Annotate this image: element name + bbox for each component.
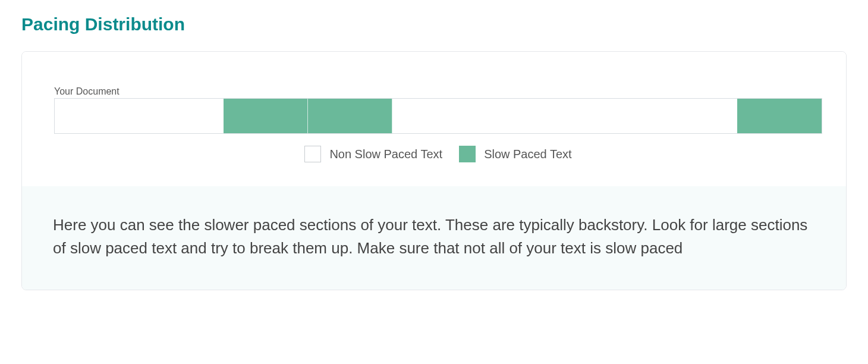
pacing-segment-slow <box>224 99 308 133</box>
legend-item-nonslow: Non Slow Paced Text <box>304 146 442 162</box>
legend: Non Slow Paced Text Slow Paced Text <box>54 146 822 162</box>
chart-area: Your Document Non Slow Paced Text Slow P… <box>22 52 846 186</box>
pacing-segment-slow <box>308 99 392 133</box>
pacing-card: Your Document Non Slow Paced Text Slow P… <box>21 51 847 290</box>
legend-item-slow: Slow Paced Text <box>459 146 572 162</box>
pacing-segment-nonslow <box>55 99 224 133</box>
section-title: Pacing Distribution <box>21 14 847 34</box>
pacing-segment-nonslow <box>392 99 738 133</box>
pacing-segment-slow <box>737 99 822 133</box>
swatch-slow-icon <box>459 146 476 162</box>
explanation-text: Here you can see the slower paced sectio… <box>22 186 846 290</box>
legend-label-slow: Slow Paced Text <box>484 148 572 161</box>
swatch-nonslow-icon <box>304 146 321 162</box>
chart-series-label: Your Document <box>54 86 822 97</box>
pacing-bar-track <box>54 98 822 134</box>
legend-label-nonslow: Non Slow Paced Text <box>329 148 442 161</box>
